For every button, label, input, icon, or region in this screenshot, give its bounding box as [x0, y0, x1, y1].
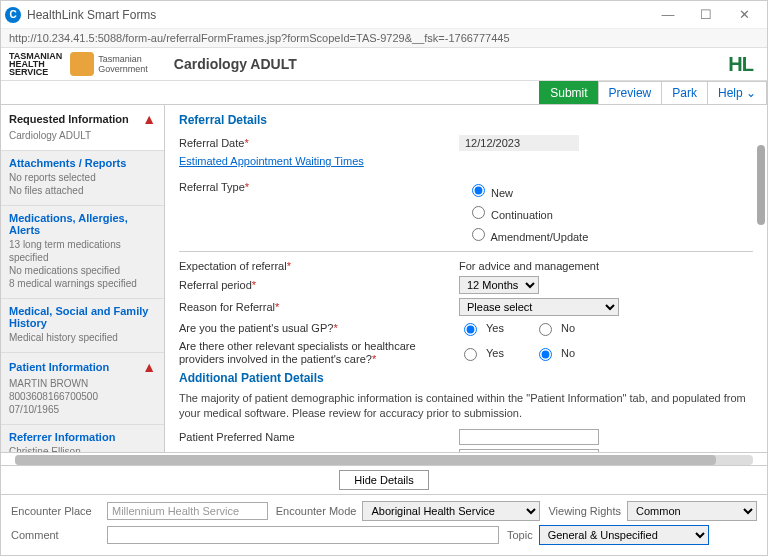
form-panel[interactable]: Referral Details Referral Date 12/12/202… — [165, 105, 767, 452]
window-title: HealthLink Smart Forms — [27, 8, 649, 22]
sidebar-item-sub: Medical history specified — [9, 331, 156, 344]
hide-details-bar: Hide Details — [1, 465, 767, 495]
referral-period-label: Referral period — [179, 279, 459, 291]
tiger-icon — [70, 52, 94, 76]
submit-button[interactable]: Submit — [539, 81, 598, 104]
sidebar-item-title: Requested Information — [9, 113, 129, 125]
hide-details-button[interactable]: Hide Details — [339, 470, 428, 490]
tas-label-1: Tasmanian — [98, 54, 148, 64]
ths-logo: TASMANIAN HEALTH SERVICE — [9, 52, 62, 76]
footer: Encounter Place Encounter Mode Aborigina… — [1, 495, 767, 555]
expectation-label: Expectation of referral — [179, 260, 459, 272]
vertical-scrollbar[interactable] — [757, 145, 765, 442]
referral-type-new[interactable]: New — [467, 181, 753, 199]
encounter-place-label: Encounter Place — [11, 505, 99, 517]
referral-type-continuation[interactable]: Continuation — [467, 203, 753, 221]
sidebar-item-title: Patient Information — [9, 361, 109, 373]
sidebar-item-title: Medications, Allergies, Alerts — [9, 212, 156, 236]
warning-icon: ▲ — [142, 359, 156, 375]
app-window: C HealthLink Smart Forms — ☐ ✕ http://10… — [0, 0, 768, 556]
sidebar-item-sub: Cardiology ADULT — [9, 129, 156, 142]
sidebar-item-title: Medical, Social and Family History — [9, 305, 156, 329]
encounter-mode-label: Encounter Mode — [276, 505, 357, 517]
pref-name-input[interactable] — [459, 429, 599, 445]
tasmanian-gov-logo: Tasmanian Government — [70, 52, 148, 76]
sidebar-item-sub: 13 long term medications specified No me… — [9, 238, 156, 290]
viewing-rights-label: Viewing Rights — [548, 505, 621, 517]
sidebar: Requested Information▲ Cardiology ADULT … — [1, 105, 165, 452]
sidebar-item-history[interactable]: Medical, Social and Family History Medic… — [1, 299, 164, 353]
titlebar: C HealthLink Smart Forms — ☐ ✕ — [1, 1, 767, 29]
sidebar-item-sub: Christine Ellison 2121731A — [9, 445, 156, 452]
other-providers-label: Are there other relevant specialists or … — [179, 340, 459, 366]
comment-label: Comment — [11, 529, 99, 541]
sidebar-item-requested-info[interactable]: Requested Information▲ Cardiology ADULT — [1, 105, 164, 151]
sidebar-item-title: Attachments / Reports — [9, 157, 126, 169]
expectation-value: For advice and management — [459, 260, 753, 272]
referral-period-select[interactable]: 12 Months — [459, 276, 539, 294]
minimize-button[interactable]: — — [649, 3, 687, 27]
sidebar-item-sub: MARTIN BROWN 8003608166700500 07/10/1965 — [9, 377, 156, 416]
action-bar: Submit Preview Park Help ⌄ — [1, 81, 767, 105]
comment-input[interactable] — [107, 526, 499, 544]
pref-name-label: Patient Preferred Name — [179, 431, 459, 443]
pronouns-input[interactable] — [459, 449, 599, 452]
usual-gp-no[interactable]: No — [534, 320, 575, 336]
sidebar-item-sub: No reports selected No files attached — [9, 171, 156, 197]
other-prov-no[interactable]: No — [534, 345, 575, 361]
tas-label-2: Government — [98, 64, 148, 74]
section-referral-details: Referral Details — [179, 113, 753, 127]
help-button[interactable]: Help ⌄ — [707, 81, 767, 104]
body: Requested Information▲ Cardiology ADULT … — [1, 105, 767, 453]
referral-date-value: 12/12/2023 — [459, 135, 579, 151]
header: TASMANIAN HEALTH SERVICE Tasmanian Gover… — [1, 48, 767, 81]
reason-label: Reason for Referral — [179, 301, 459, 313]
encounter-place-input[interactable] — [107, 502, 268, 520]
sidebar-item-patient[interactable]: Patient Information▲ MARTIN BROWN 800360… — [1, 353, 164, 425]
reason-select[interactable]: Please select — [459, 298, 619, 316]
park-button[interactable]: Park — [661, 81, 708, 104]
topic-label: Topic — [507, 529, 533, 541]
sidebar-item-attachments[interactable]: Attachments / Reports No reports selecte… — [1, 151, 164, 206]
maximize-button[interactable]: ☐ — [687, 3, 725, 27]
healthlink-logo: HL — [728, 53, 753, 76]
usual-gp-label: Are you the patient's usual GP? — [179, 322, 459, 334]
referral-type-amendment[interactable]: Amendment/Update — [467, 225, 753, 243]
section-additional-patient: Additional Patient Details — [179, 371, 753, 385]
pronouns-label: Patient Pronouns — [179, 451, 459, 452]
usual-gp-yes[interactable]: Yes — [459, 320, 504, 336]
preview-button[interactable]: Preview — [598, 81, 663, 104]
estimated-wait-link[interactable]: Estimated Appointment Waiting Times — [179, 155, 364, 167]
chevron-down-icon: ⌄ — [743, 86, 756, 100]
horizontal-scrollbar[interactable] — [15, 455, 753, 465]
additional-patient-desc: The majority of patient demographic info… — [179, 391, 753, 422]
sidebar-item-referrer[interactable]: Referrer Information Christine Ellison 2… — [1, 425, 164, 452]
encounter-mode-select[interactable]: Aboriginal Health Service — [362, 501, 540, 521]
sidebar-item-title: Referrer Information — [9, 431, 115, 443]
scrollbar-thumb[interactable] — [15, 455, 716, 465]
scrollbar-thumb[interactable] — [757, 145, 765, 225]
close-button[interactable]: ✕ — [725, 3, 763, 27]
page-title: Cardiology ADULT — [174, 56, 297, 72]
sidebar-item-medications[interactable]: Medications, Allergies, Alerts 13 long t… — [1, 206, 164, 299]
referral-type-label: Referral Type — [179, 181, 459, 193]
address-bar[interactable]: http://10.234.41.5:5088/form-au/referral… — [1, 29, 767, 48]
referral-date-label: Referral Date — [179, 137, 459, 149]
warning-icon: ▲ — [142, 111, 156, 127]
other-prov-yes[interactable]: Yes — [459, 345, 504, 361]
topic-select[interactable]: General & Unspecified — [539, 525, 709, 545]
app-icon: C — [5, 7, 21, 23]
viewing-rights-select[interactable]: Common — [627, 501, 757, 521]
